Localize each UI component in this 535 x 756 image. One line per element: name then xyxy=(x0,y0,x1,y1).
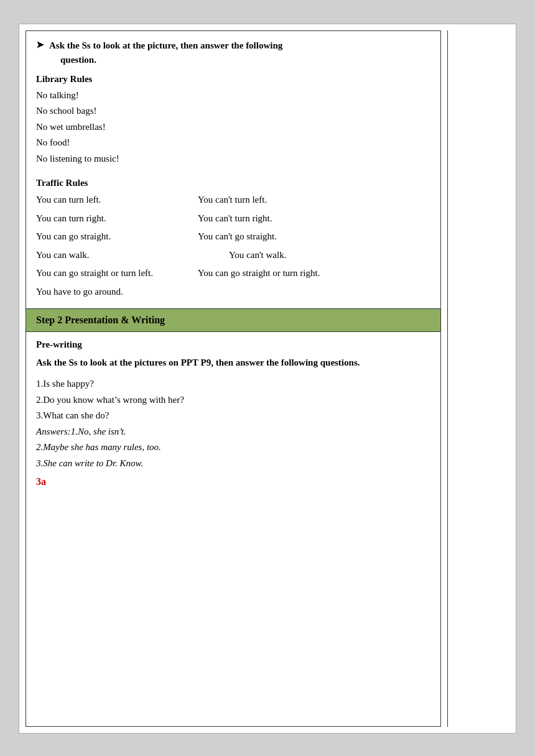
instruction-line: ➤ Ask the Ss to look at the picture, the… xyxy=(36,39,430,67)
traffic-left-4: You can go straight or turn left. xyxy=(36,265,198,282)
arrow-icon: ➤ xyxy=(36,39,44,50)
label-3a: 3a xyxy=(36,476,430,487)
content-area: ➤ Ask the Ss to look at the picture, the… xyxy=(26,30,441,727)
instruction-text: Ask the Ss to look at the picture, then … xyxy=(49,39,282,67)
library-rules-section: Library Rules No talking! No school bags… xyxy=(36,71,430,167)
traffic-right-1: You can't turn right. xyxy=(198,211,430,227)
traffic-right-3: You can't walk. xyxy=(198,247,430,264)
top-section: ➤ Ask the Ss to look at the picture, the… xyxy=(26,31,440,309)
bottom-section: Pre-writing Ask the Ss to look at the pi… xyxy=(26,332,440,495)
question-1: 1.Is she happy? xyxy=(36,376,430,392)
traffic-right-4: You can go straight or turn right. xyxy=(198,265,430,282)
traffic-row-5: You have to go around. xyxy=(36,284,430,300)
library-rule-4: No food! xyxy=(36,135,430,151)
answer-2: 2.Maybe she has many rules, too. xyxy=(36,440,430,456)
answer-3: 3.She can write to Dr. Know. xyxy=(36,456,430,472)
library-rule-5: No listening to music! xyxy=(36,151,430,167)
page: ➤ Ask the Ss to look at the picture, the… xyxy=(19,24,516,734)
main-layout: ➤ Ask the Ss to look at the picture, the… xyxy=(19,24,516,733)
traffic-row-3: You can walk. You can't walk. xyxy=(36,247,430,264)
traffic-rules-title: Traffic Rules xyxy=(36,178,430,188)
library-rules-title: Library Rules xyxy=(36,71,430,88)
traffic-row-2: You can go straight. You can't go straig… xyxy=(36,229,430,245)
traffic-right-2: You can't go straight. xyxy=(198,229,430,245)
library-rule-3: No wet umbrellas! xyxy=(36,119,430,136)
question-2: 2.Do you know what’s wrong with her? xyxy=(36,392,430,408)
traffic-left-0: You can turn left. xyxy=(36,192,198,208)
traffic-left-2: You can go straight. xyxy=(36,229,198,245)
traffic-row-0: You can turn left. You can't turn left. xyxy=(36,192,430,208)
answer-1: Answers:1.No, she isn’t. xyxy=(36,424,430,440)
pre-writing-title: Pre-writing xyxy=(36,339,430,350)
library-rule-1: No talking! xyxy=(36,88,430,104)
step2-header: Step 2 Presentation & Writing xyxy=(26,309,440,332)
question-3: 3.What can she do? xyxy=(36,408,430,424)
right-margin xyxy=(447,30,509,727)
traffic-left-5: You have to go around. xyxy=(36,284,198,300)
ask-instruction: Ask the Ss to look at the pictures on PP… xyxy=(36,355,430,370)
traffic-row-1: You can turn right. You can't turn right… xyxy=(36,211,430,227)
traffic-left-3: You can walk. xyxy=(36,247,198,264)
traffic-rules-section: Traffic Rules You can turn left. You can… xyxy=(36,178,430,300)
traffic-row-4: You can go straight or turn left. You ca… xyxy=(36,265,430,282)
traffic-right-0: You can't turn left. xyxy=(198,192,430,208)
library-rule-2: No school bags! xyxy=(36,103,430,119)
traffic-left-1: You can turn right. xyxy=(36,211,198,227)
